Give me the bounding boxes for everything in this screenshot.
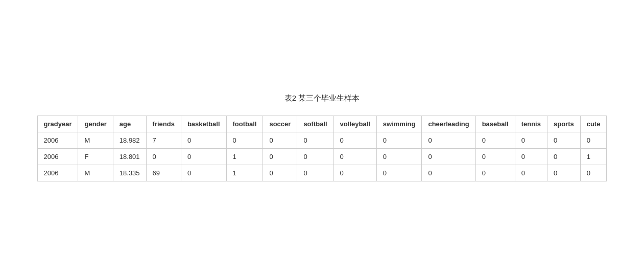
cell-r0-c13: 0 [547,132,580,149]
cell-r2-c3: 69 [146,165,181,181]
cell-r2-c14: 0 [580,165,607,181]
cell-r1-c3: 0 [146,149,181,165]
cell-r1-c8: 0 [333,149,376,165]
cell-r2-c0: 2006 [37,165,78,181]
column-header-sports: sports [547,116,580,132]
cell-r2-c1: M [78,165,113,181]
page-container: 表2 某三个毕业生样本 gradyeargenderagefriendsbask… [37,94,607,181]
column-header-football: football [226,116,263,132]
cell-r2-c7: 0 [297,165,333,181]
column-header-age: age [113,116,146,132]
table-row: 2006M18.982700000000000 [37,132,607,149]
cell-r2-c13: 0 [547,165,580,181]
cell-r0-c6: 0 [263,132,297,149]
cell-r0-c9: 0 [376,132,422,149]
column-header-friends: friends [146,116,181,132]
cell-r0-c5: 0 [226,132,263,149]
cell-r0-c11: 0 [475,132,515,149]
column-header-tennis: tennis [515,116,547,132]
column-header-volleyball: volleyball [333,116,376,132]
column-header-gradyear: gradyear [37,116,78,132]
column-header-softball: softball [297,116,333,132]
cell-r1-c6: 0 [263,149,297,165]
column-header-gender: gender [78,116,113,132]
cell-r0-c8: 0 [333,132,376,149]
table-title: 表2 某三个毕业生样本 [284,94,360,103]
cell-r1-c0: 2006 [37,149,78,165]
cell-r2-c4: 0 [181,165,226,181]
cell-r0-c1: M [78,132,113,149]
cell-r2-c2: 18.335 [113,165,146,181]
cell-r1-c13: 0 [547,149,580,165]
header-row: gradyeargenderagefriendsbasketballfootba… [37,116,607,132]
column-header-baseball: baseball [475,116,515,132]
cell-r1-c1: F [78,149,113,165]
cell-r0-c7: 0 [297,132,333,149]
table-body: 2006M18.9827000000000002006F18.801001000… [37,132,607,181]
cell-r1-c4: 0 [181,149,226,165]
data-table: gradyeargenderagefriendsbasketballfootba… [37,116,607,181]
cell-r0-c3: 7 [146,132,181,149]
table-header: gradyeargenderagefriendsbasketballfootba… [37,116,607,132]
cell-r1-c12: 0 [515,149,547,165]
cell-r1-c9: 0 [376,149,422,165]
cell-r0-c14: 0 [580,132,607,149]
column-header-basketball: basketball [181,116,226,132]
cell-r2-c10: 0 [422,165,475,181]
cell-r1-c14: 1 [580,149,607,165]
column-header-soccer: soccer [263,116,297,132]
cell-r1-c2: 18.801 [113,149,146,165]
cell-r0-c2: 18.982 [113,132,146,149]
cell-r2-c8: 0 [333,165,376,181]
cell-r1-c10: 0 [422,149,475,165]
cell-r2-c9: 0 [376,165,422,181]
cell-r0-c4: 0 [181,132,226,149]
cell-r2-c11: 0 [475,165,515,181]
cell-r1-c5: 1 [226,149,263,165]
cell-r2-c12: 0 [515,165,547,181]
cell-r0-c12: 0 [515,132,547,149]
cell-r2-c5: 1 [226,165,263,181]
cell-r0-c10: 0 [422,132,475,149]
cell-r1-c11: 0 [475,149,515,165]
table-row: 2006M18.3356901000000000 [37,165,607,181]
cell-r1-c7: 0 [297,149,333,165]
table-row: 2006F18.801001000000001 [37,149,607,165]
column-header-cute: cute [580,116,607,132]
cell-r0-c0: 2006 [37,132,78,149]
column-header-cheerleading: cheerleading [422,116,475,132]
cell-r2-c6: 0 [263,165,297,181]
column-header-swimming: swimming [376,116,422,132]
